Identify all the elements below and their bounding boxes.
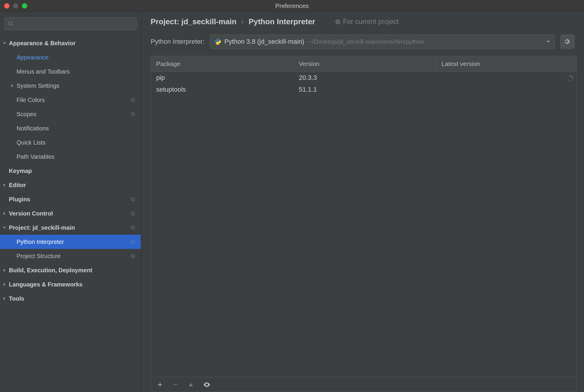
sidebar-item-notifications[interactable]: Notifications: [0, 121, 141, 135]
titlebar: Preferences: [0, 0, 584, 12]
svg-rect-6: [132, 198, 135, 201]
search-icon: [8, 21, 14, 27]
settings-tree: Appearance & BehaviorAppearanceMenus and…: [0, 35, 141, 306]
interpreter-dropdown[interactable]: Python 3.8 (jd_seckill-main) ~/Desktop/j…: [210, 35, 555, 49]
breadcrumb-row: Project: jd_seckill-main › Python Interp…: [141, 12, 584, 29]
table-row[interactable]: pip20.3.3: [151, 72, 577, 84]
breadcrumb-separator: ›: [241, 17, 244, 26]
main-panel: Project: jd_seckill-main › Python Interp…: [141, 12, 584, 392]
sidebar-item-scopes[interactable]: Scopes: [0, 107, 141, 121]
svg-rect-11: [131, 226, 134, 229]
upgrade-package-button[interactable]: [188, 381, 194, 388]
settings-sidebar: Appearance & BehaviorAppearanceMenus and…: [0, 12, 141, 392]
sidebar-item-label: Build, Execution, Deployment: [9, 267, 136, 274]
breadcrumb: Project: jd_seckill-main › Python Interp…: [151, 17, 315, 26]
zoom-window-button[interactable]: [22, 3, 27, 9]
svg-rect-15: [131, 254, 134, 257]
svg-rect-22: [570, 80, 570, 82]
svg-line-1: [12, 25, 13, 26]
sidebar-item-version-control[interactable]: Version Control: [0, 206, 141, 221]
sidebar-item-label: Scopes: [17, 111, 130, 118]
breadcrumb-project: Project: jd_seckill-main: [151, 17, 236, 26]
copy-icon: [335, 19, 341, 25]
sidebar-item-label: Editor: [9, 182, 136, 189]
svg-point-0: [9, 22, 12, 25]
svg-rect-10: [132, 227, 135, 229]
svg-rect-7: [131, 197, 134, 200]
chevron-down-icon: [0, 41, 9, 45]
svg-rect-4: [132, 113, 135, 116]
search-input[interactable]: [4, 17, 137, 30]
svg-point-29: [206, 384, 207, 385]
cell-version: 20.3.3: [293, 74, 436, 82]
sidebar-item-label: Tools: [9, 295, 136, 302]
chevron-right-icon: [0, 211, 9, 216]
cell-package: pip: [151, 74, 293, 82]
sidebar-item-appearance-behavior[interactable]: Appearance & Behavior: [0, 36, 141, 50]
sidebar-item-label: Path Variables: [17, 153, 136, 160]
sidebar-item-label: Plugins: [9, 196, 130, 203]
sidebar-item-tools[interactable]: Tools: [0, 291, 141, 306]
sidebar-item-project-structure[interactable]: Project Structure: [0, 249, 141, 263]
sidebar-item-languages-frameworks[interactable]: Languages & Frameworks: [0, 277, 141, 291]
for-current-project-text: For current project: [343, 18, 399, 26]
chevron-down-icon: [0, 226, 9, 230]
per-project-icon: [130, 239, 136, 245]
sidebar-item-label: Project: jd_seckill-main: [9, 224, 130, 231]
sidebar-item-project-jd-seckill-main[interactable]: Project: jd_seckill-main: [0, 221, 141, 235]
table-row[interactable]: setuptools51.1.1: [151, 84, 577, 95]
svg-rect-18: [570, 75, 570, 77]
sidebar-item-label: Appearance: [17, 54, 136, 61]
sidebar-item-label: Appearance & Behavior: [9, 40, 136, 47]
per-project-icon: [130, 210, 136, 217]
chevron-down-icon: [546, 39, 551, 44]
column-header-latest[interactable]: Latest version: [436, 56, 577, 72]
column-header-package[interactable]: Package: [151, 56, 293, 72]
sidebar-item-label: Languages & Frameworks: [9, 281, 136, 288]
sidebar-item-build-execution-deployment[interactable]: Build, Execution, Deployment: [0, 263, 141, 277]
sidebar-item-label: File Colors: [17, 97, 130, 103]
svg-rect-3: [131, 98, 134, 101]
svg-rect-14: [132, 255, 135, 258]
per-project-icon: [130, 97, 136, 103]
svg-rect-8: [132, 213, 135, 215]
sidebar-item-label: Version Control: [9, 210, 130, 217]
sidebar-item-python-interpreter[interactable]: Python Interpreter: [0, 235, 141, 249]
chevron-right-icon: [8, 84, 17, 88]
svg-rect-21: [571, 80, 573, 81]
triangle-up-icon: [188, 381, 194, 388]
plus-icon: [157, 381, 163, 388]
sidebar-item-menus-and-toolbars[interactable]: Menus and Toolbars: [0, 64, 141, 79]
content: Appearance & BehaviorAppearanceMenus and…: [0, 12, 584, 392]
svg-rect-9: [131, 212, 134, 214]
sidebar-item-editor[interactable]: Editor: [0, 178, 141, 192]
table-header: Package Version Latest version: [151, 56, 577, 72]
svg-rect-17: [336, 20, 339, 23]
sidebar-item-keymap[interactable]: Keymap: [0, 164, 141, 178]
sidebar-item-system-settings[interactable]: System Settings: [0, 79, 141, 93]
packages-table: Package Version Latest version: [151, 56, 577, 392]
sidebar-item-plugins[interactable]: Plugins: [0, 192, 141, 206]
add-package-button[interactable]: [157, 381, 163, 388]
svg-rect-5: [131, 112, 134, 115]
svg-rect-23: [568, 80, 569, 81]
loading-spinner-icon: [567, 75, 574, 82]
interpreter-settings-button[interactable]: [560, 35, 575, 49]
per-project-icon: [130, 111, 136, 117]
svg-rect-12: [132, 241, 135, 244]
sidebar-item-quick-lists[interactable]: Quick Lists: [0, 135, 141, 150]
interpreter-path: ~/Desktop/jd_seckill-main/venv/bin/pytho…: [308, 38, 424, 45]
remove-package-button[interactable]: [172, 381, 179, 388]
svg-rect-2: [132, 99, 135, 102]
sidebar-item-appearance[interactable]: Appearance: [0, 50, 141, 64]
show-early-releases-button[interactable]: [203, 381, 211, 388]
sidebar-item-file-colors[interactable]: File Colors: [0, 93, 141, 107]
sidebar-item-label: Quick Lists: [17, 139, 136, 146]
sidebar-item-label: System Settings: [17, 82, 136, 89]
close-window-button[interactable]: [4, 3, 9, 9]
search-field[interactable]: [16, 20, 133, 27]
svg-rect-19: [571, 76, 573, 77]
column-header-version[interactable]: Version: [293, 56, 436, 72]
sidebar-item-path-variables[interactable]: Path Variables: [0, 150, 141, 164]
minimize-window-button[interactable]: [13, 3, 18, 9]
